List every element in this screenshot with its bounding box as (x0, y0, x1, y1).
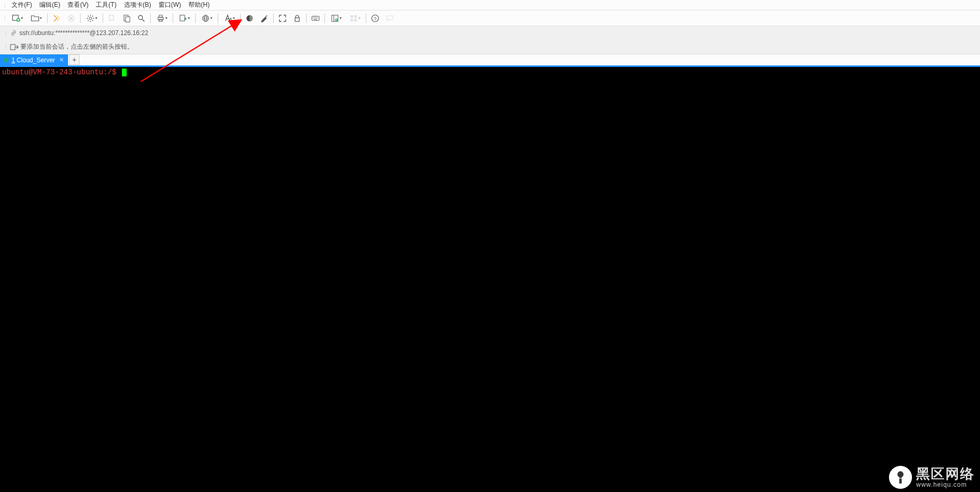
terminal-cursor (122, 69, 127, 76)
svg-rect-22 (354, 19, 357, 21)
chevron-down-icon: ▾ (95, 16, 97, 20)
help-icon: ? (371, 14, 379, 23)
font-button[interactable]: ▾ (220, 12, 239, 25)
add-session-arrow-icon[interactable] (10, 43, 18, 51)
properties-button[interactable]: ▾ (82, 12, 101, 25)
properties-icon (86, 14, 95, 23)
hint-text: 要添加当前会话，点击左侧的箭头按钮。 (20, 42, 133, 51)
menu-file[interactable]: 文件(F) (8, 0, 36, 10)
tab-bar: 1 Cloud_Server ✕ + (0, 54, 980, 67)
encoding-button[interactable]: ▾ (197, 12, 216, 25)
toolbar-separator (324, 14, 325, 23)
print-button[interactable]: ▾ (152, 12, 171, 25)
grip-dots: ⋮ (2, 2, 7, 8)
toolbar-separator (173, 14, 173, 23)
menu-edit[interactable]: 编辑(E) (36, 0, 64, 10)
menu-view[interactable]: 查看(V) (64, 0, 92, 10)
menu-window[interactable]: 窗口(W) (155, 0, 185, 10)
toolbar-separator (218, 14, 218, 23)
color-scheme-button[interactable] (242, 12, 257, 25)
address-bar: ⋮ ssh://ubuntu:**************@123.207.12… (0, 26, 980, 40)
highlight-icon (260, 14, 268, 23)
chevron-down-icon: ▾ (210, 16, 212, 20)
reconnect-button[interactable] (49, 12, 64, 25)
toolbar-separator (366, 14, 366, 23)
svg-rect-6 (126, 17, 130, 22)
chevron-down-icon: ▾ (233, 16, 235, 20)
toolbar-separator (150, 14, 151, 23)
svg-rect-4 (109, 15, 114, 20)
tab-close-button[interactable]: ✕ (58, 57, 65, 63)
watermark-title: 黑区网络 (916, 466, 975, 482)
chevron-down-icon: ▾ (21, 16, 23, 20)
copy-button (105, 12, 119, 25)
lock-icon (293, 14, 301, 23)
svg-rect-25 (10, 44, 15, 50)
font-icon (224, 14, 232, 23)
globe-icon (201, 14, 210, 23)
watermark-logo-icon (889, 466, 912, 489)
toolbar-separator (80, 14, 81, 23)
toolbar-separator (306, 14, 307, 23)
chevron-down-icon: ▾ (340, 16, 342, 20)
tile-button: ▾ (345, 12, 364, 25)
new-tab-button[interactable]: + (69, 54, 80, 65)
chevron-down-icon: ▾ (188, 16, 190, 20)
session-tab[interactable]: 1 Cloud_Server ✕ (0, 54, 68, 65)
disconnect-icon (67, 14, 75, 23)
toolbar: ⋮ ▾ ▾ ▾ ▾ ▾ ▾ (0, 10, 980, 26)
new-session-icon (12, 14, 20, 23)
open-button[interactable]: ▾ (27, 12, 46, 25)
toolbar-separator (240, 14, 241, 23)
paste-button[interactable] (119, 12, 134, 25)
svg-rect-21 (351, 19, 353, 21)
tab-label: Cloud_Server (17, 57, 55, 64)
hint-bar: ⋮ 要添加当前会话，点击左侧的箭头按钮。 (0, 40, 980, 54)
chevron-down-icon: ▾ (358, 16, 361, 20)
print-icon (156, 14, 165, 23)
svg-point-7 (139, 15, 143, 19)
copy-icon (108, 14, 116, 23)
svg-rect-11 (180, 15, 185, 21)
toolbar-separator (103, 14, 103, 23)
terminal-area[interactable]: ubuntu@VM-73-243-ubuntu:/$ (0, 67, 980, 490)
lock-button[interactable] (290, 12, 305, 25)
color-scheme-icon (245, 14, 254, 23)
svg-text:?: ? (374, 16, 376, 21)
new-session-button[interactable]: ▾ (8, 12, 27, 25)
grip-dots: ⋮ (3, 44, 8, 50)
grip-dots: ⋮ (3, 30, 8, 36)
find-button[interactable] (134, 12, 149, 25)
watermark: 黑区网络 www.heiqu.com (889, 466, 975, 489)
transfer-button[interactable]: ▾ (175, 12, 194, 25)
terminal-prompt: ubuntu@VM-73-243-ubuntu:/$ (2, 68, 121, 76)
help-button[interactable]: ? (368, 12, 382, 25)
sidebar-toggle-button[interactable]: ▾ (326, 12, 345, 25)
transfer-icon (179, 14, 187, 23)
menu-help[interactable]: 帮助(H) (185, 0, 213, 10)
toolbar-separator (47, 14, 48, 23)
menu-bar: ⋮ 文件(F) 编辑(E) 查看(V) 工具(T) 选项卡(B) 窗口(W) 帮… (0, 0, 980, 10)
disconnect-button (64, 12, 78, 25)
menu-tabs[interactable]: 选项卡(B) (120, 0, 155, 10)
connected-indicator-icon (4, 58, 8, 62)
svg-point-3 (89, 17, 92, 19)
keyboard-button[interactable] (308, 12, 323, 25)
chat-icon (386, 14, 394, 23)
paste-icon (122, 14, 131, 23)
menu-tools[interactable]: 工具(T) (92, 0, 120, 10)
toolbar-separator (195, 14, 196, 23)
find-icon (137, 14, 145, 23)
address-text[interactable]: ssh://ubuntu:**************@123.207.126.… (19, 29, 148, 37)
chevron-down-icon: ▾ (40, 16, 42, 20)
open-folder-icon (31, 14, 39, 23)
chevron-down-icon: ▾ (165, 16, 167, 20)
svg-rect-15 (295, 18, 299, 21)
session-link-icon (10, 29, 17, 37)
fullscreen-button[interactable] (275, 12, 290, 25)
keyboard-icon (311, 14, 320, 23)
toolbar-separator (273, 14, 274, 23)
highlight-button[interactable] (257, 12, 272, 25)
svg-rect-19 (351, 15, 353, 18)
fullscreen-icon (278, 14, 287, 23)
